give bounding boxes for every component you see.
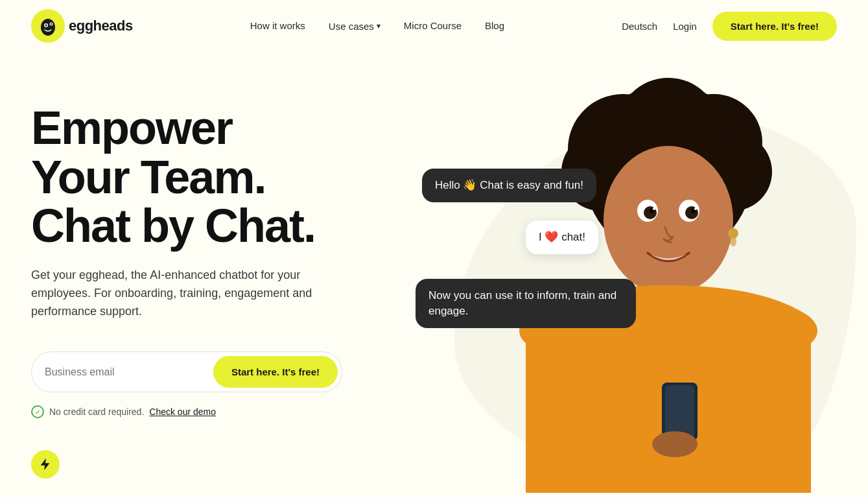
hero-section: Empower Your Team. Chat by Chat. Get you… bbox=[0, 52, 868, 498]
bottom-widget-icon[interactable] bbox=[31, 450, 60, 479]
logo-icon bbox=[31, 9, 65, 43]
chevron-down-icon: ▾ bbox=[377, 21, 381, 30]
lightning-icon bbox=[38, 457, 53, 471]
email-input[interactable] bbox=[45, 366, 213, 378]
chat-bubble-2: I ❤️ chat! bbox=[526, 220, 598, 254]
hero-right: Hello 👋 Chat is easy and fun! I ❤️ chat!… bbox=[396, 78, 837, 493]
logo-text: eggheads bbox=[69, 18, 133, 34]
svg-point-24 bbox=[653, 208, 655, 210]
nav-right: Deutsch Login Start here. It's free! bbox=[622, 12, 837, 41]
svg-point-4 bbox=[51, 23, 52, 25]
hero-subtext: Get your egghead, the AI-enhanced chatbo… bbox=[31, 267, 342, 321]
svg-point-0 bbox=[41, 19, 55, 36]
nav-item-use-cases[interactable]: Use cases ▾ bbox=[329, 21, 381, 32]
no-credit-card-notice: ✓ No credit card required. Check our dem… bbox=[31, 405, 342, 418]
svg-point-27 bbox=[730, 236, 736, 246]
nav-cta-button[interactable]: Start here. It's free! bbox=[712, 12, 837, 41]
svg-point-25 bbox=[694, 208, 697, 210]
svg-rect-16 bbox=[665, 385, 694, 438]
hero-headline: Empower Your Team. Chat by Chat. bbox=[31, 104, 342, 251]
nav-deutsch[interactable]: Deutsch bbox=[622, 21, 657, 32]
nav-login[interactable]: Login bbox=[673, 21, 697, 32]
nav-links: How it works Use cases ▾ Micro Course Bl… bbox=[250, 20, 504, 32]
check-icon: ✓ bbox=[31, 405, 44, 418]
demo-link[interactable]: Check our demo bbox=[149, 407, 216, 417]
chat-bubble-1: Hello 👋 Chat is easy and fun! bbox=[422, 169, 596, 202]
egg-icon bbox=[38, 16, 58, 36]
nav-item-how-it-works[interactable]: How it works bbox=[250, 20, 305, 32]
navbar: eggheads How it works Use cases ▾ Micro … bbox=[0, 0, 868, 52]
svg-point-17 bbox=[652, 431, 698, 457]
svg-point-3 bbox=[45, 25, 47, 27]
email-form: Start here. It's free! bbox=[31, 351, 342, 392]
logo[interactable]: eggheads bbox=[31, 9, 133, 43]
hero-cta-button[interactable]: Start here. It's free! bbox=[213, 356, 338, 388]
nav-item-blog[interactable]: Blog bbox=[485, 20, 504, 32]
nav-item-micro-course[interactable]: Micro Course bbox=[404, 20, 462, 32]
chat-bubble-3: Now you can use it to inform, train and … bbox=[416, 279, 636, 328]
svg-point-11 bbox=[604, 146, 733, 295]
hero-left: Empower Your Team. Chat by Chat. Get you… bbox=[31, 78, 342, 418]
